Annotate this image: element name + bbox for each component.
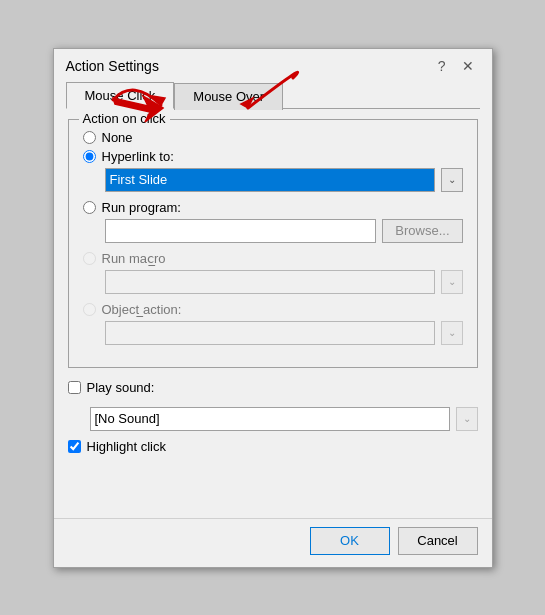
hyperlink-dropdown-block: First Slide Last Slide Next Slide Previo… xyxy=(105,168,463,192)
run-macro-radio-row: Run mac̲ro xyxy=(83,251,463,266)
object-action-dropdown-block: ⌄ xyxy=(105,321,463,345)
hyperlink-label: Hyperlink to: xyxy=(102,149,174,164)
play-sound-dropdown-block: [No Sound] Applause Breeze ⌄ xyxy=(90,407,478,431)
play-sound-checkbox[interactable] xyxy=(68,381,81,394)
hyperlink-select[interactable]: First Slide Last Slide Next Slide Previo… xyxy=(105,168,435,192)
object-action-radio[interactable] xyxy=(83,303,96,316)
run-program-radio-row: Run program: xyxy=(83,200,463,215)
run-macro-dropdown-btn[interactable]: ⌄ xyxy=(441,270,463,294)
object-action-dropdown-btn[interactable]: ⌄ xyxy=(441,321,463,345)
highlight-label: Highlight click xyxy=(87,439,166,454)
hyperlink-radio[interactable] xyxy=(83,150,96,163)
action-settings-dialog: Action Settings ? ✕ Mouse Click Mouse Ov… xyxy=(53,48,493,568)
tabs-container: Mouse Click Mouse Over xyxy=(66,81,480,109)
run-program-input-block: Browse... xyxy=(105,219,463,243)
highlight-checkbox[interactable] xyxy=(68,440,81,453)
dialog-footer: OK Cancel xyxy=(54,518,492,567)
help-button[interactable]: ? xyxy=(432,57,452,75)
play-sound-dropdown-btn[interactable]: ⌄ xyxy=(456,407,478,431)
highlight-click-row: Highlight click xyxy=(68,439,478,454)
run-program-radio[interactable] xyxy=(83,201,96,214)
hyperlink-dropdown-btn[interactable]: ⌄ xyxy=(441,168,463,192)
run-macro-dropdown-block: ⌄ xyxy=(105,270,463,294)
none-label: None xyxy=(102,130,133,145)
run-program-label: Run program: xyxy=(102,200,181,215)
close-button[interactable]: ✕ xyxy=(456,57,480,75)
run-macro-radio[interactable] xyxy=(83,252,96,265)
title-bar: Action Settings ? ✕ xyxy=(54,49,492,75)
play-sound-dropdown-row: [No Sound] Applause Breeze ⌄ xyxy=(90,407,478,431)
group-label: Action on click xyxy=(79,111,170,126)
action-on-click-group: Action on click None Hyperlink to: First… xyxy=(68,119,478,368)
run-program-input-row: Browse... xyxy=(105,219,463,243)
none-radio-row: None xyxy=(83,130,463,145)
none-radio[interactable] xyxy=(83,131,96,144)
object-action-dropdown-row: ⌄ xyxy=(105,321,463,345)
play-sound-section: Play sound: [No Sound] Applause Breeze ⌄ xyxy=(68,380,478,431)
tab-mouse-click[interactable]: Mouse Click xyxy=(66,82,175,109)
hyperlink-dropdown-row: First Slide Last Slide Next Slide Previo… xyxy=(105,168,463,192)
run-macro-label: Run mac̲ro xyxy=(102,251,166,266)
ok-button[interactable]: OK xyxy=(310,527,390,555)
object-action-label: Object ̲action: xyxy=(102,302,182,317)
run-program-input[interactable] xyxy=(105,219,377,243)
play-sound-checkbox-row: Play sound: xyxy=(68,380,478,395)
hyperlink-radio-row: Hyperlink to: xyxy=(83,149,463,164)
browse-button[interactable]: Browse... xyxy=(382,219,462,243)
title-bar-controls: ? ✕ xyxy=(432,57,480,75)
dialog-title: Action Settings xyxy=(66,58,159,74)
run-macro-select[interactable] xyxy=(105,270,435,294)
cancel-button[interactable]: Cancel xyxy=(398,527,478,555)
play-sound-select[interactable]: [No Sound] Applause Breeze xyxy=(90,407,450,431)
dialog-body: Action on click None Hyperlink to: First… xyxy=(54,109,492,518)
object-action-select[interactable] xyxy=(105,321,435,345)
play-sound-label: Play sound: xyxy=(87,380,155,395)
object-action-radio-row: Object ̲action: xyxy=(83,302,463,317)
tab-mouse-over[interactable]: Mouse Over xyxy=(174,83,283,110)
run-macro-dropdown-row: ⌄ xyxy=(105,270,463,294)
